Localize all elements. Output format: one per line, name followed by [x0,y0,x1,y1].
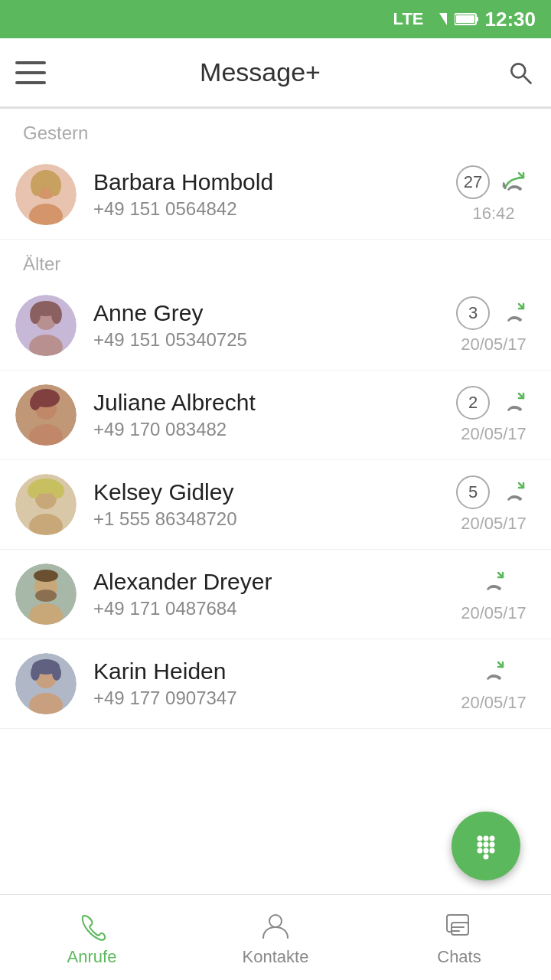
badge-row-juliane: 2 [456,386,531,420]
contact-name-barbara: Barbara Hombold [93,169,452,195]
chats-nav-label: Chats [437,947,481,967]
svg-point-46 [478,836,483,841]
contact-row-alexander[interactable]: Alexander Dreyer +49 171 0487684 20/05/1… [0,550,551,639]
contact-meta-karin: 20/05/17 [452,655,536,713]
contact-info-alexander: Alexander Dreyer +49 171 0487684 [93,569,452,619]
timestamp-alexander: 20/05/17 [461,603,527,623]
contact-phone-alexander: +49 171 0487684 [93,598,452,619]
search-icon [507,59,534,87]
call-arrow-icon-anne [499,298,530,328]
svg-point-48 [490,836,495,841]
call-icon-barbara[interactable] [497,165,531,199]
timestamp-juliane: 20/05/17 [461,424,527,444]
section-gestern: Gestern [0,109,551,150]
call-icon-juliane[interactable] [497,386,531,420]
nav-item-contacts[interactable]: Kontakte [184,895,367,980]
network-label: LTE [393,9,424,29]
status-icons: LTE 12:30 [393,8,536,31]
time-display: 12:30 [485,8,536,31]
content-area: Gestern Barbara Hombold +49 151 0564842 … [0,109,551,821]
compose-fab[interactable] [452,812,520,880]
avatar-anne [15,295,77,356]
phone-nav-icon [75,909,109,942]
contact-row-karin[interactable]: Karin Heiden +49 177 0907347 20/05/17 [0,639,551,729]
contact-phone-anne: +49 151 05340725 [93,329,452,351]
app-title: Message+ [15,57,505,87]
contact-info-anne: Anne Grey +49 151 05340725 [93,300,452,351]
svg-rect-2 [476,17,478,21]
timestamp-anne: 20/05/17 [461,335,527,354]
contact-name-karin: Karin Heiden [93,658,452,684]
unread-badge-juliane: 2 [456,386,490,420]
call-arrow-icon-karin [478,656,509,687]
contact-meta-alexander: 20/05/17 [452,565,536,623]
svg-point-37 [34,570,58,582]
contact-meta-anne: 3 20/05/17 [452,296,536,354]
svg-point-53 [484,848,489,854]
svg-point-44 [52,665,61,681]
bottom-navigation: Anrufe Kontakte Chats [0,894,551,980]
badge-row-karin [477,655,510,688]
call-icon-kelsey[interactable] [497,475,531,509]
contact-name-anne: Anne Grey [93,300,452,326]
svg-marker-0 [439,13,447,25]
contact-phone-juliane: +49 170 083482 [93,419,452,440]
contact-info-barbara: Barbara Hombold +49 151 0564842 [93,169,452,220]
contact-name-juliane: Juliane Albrecht [93,390,452,416]
svg-point-31 [52,483,64,498]
svg-point-47 [484,836,489,841]
contact-phone-kelsey: +1 555 86348720 [93,508,452,530]
contact-phone-barbara: +49 151 0564842 [93,198,452,220]
timestamp-barbara: 16:42 [472,204,514,224]
section-aelter: Älter [0,240,551,281]
search-button[interactable] [505,57,536,88]
unread-badge-kelsey: 5 [456,475,490,509]
svg-point-56 [269,915,282,927]
status-bar: LTE 12:30 [0,0,551,38]
signal-icon [430,10,448,28]
battery-icon [455,12,479,26]
nav-item-chats[interactable]: Chats [367,895,551,980]
badge-row-barbara: 27 [456,165,531,199]
contact-meta-barbara: 27 16:42 [452,165,536,224]
svg-point-24 [30,395,41,410]
avatar-kelsey [15,474,77,535]
contact-info-juliane: Juliane Albrecht +49 170 083482 [93,390,452,440]
svg-point-30 [28,483,40,498]
call-icon-karin[interactable] [477,655,510,688]
svg-point-43 [31,665,40,681]
avatar-karin [15,653,77,714]
svg-point-49 [478,842,483,848]
avatar-barbara [15,164,77,225]
svg-point-36 [35,590,57,602]
svg-point-54 [490,848,495,854]
svg-point-11 [49,175,61,196]
chats-nav-icon [442,909,476,942]
call-icon-anne[interactable] [497,296,531,330]
call-arrow-icon-alexander [478,567,509,597]
badge-row-anne: 3 [456,296,531,330]
call-arrow-icon-kelsey [499,477,530,508]
contact-phone-karin: +49 177 0907347 [93,688,452,709]
unread-badge-anne: 3 [456,296,490,330]
contact-meta-juliane: 2 20/05/17 [452,386,536,444]
svg-rect-3 [456,15,474,23]
contacts-nav-icon [259,909,292,942]
contact-row-kelsey[interactable]: Kelsey Gidley +1 555 86348720 5 20/05/17 [0,460,551,550]
contact-row-barbara[interactable]: Barbara Hombold +49 151 0564842 27 16: [0,150,551,240]
contact-row-anne[interactable]: Anne Grey +49 151 05340725 3 20/05/17 [0,281,551,371]
call-icon-alexander[interactable] [477,565,510,599]
timestamp-karin: 20/05/17 [461,693,527,713]
timestamp-kelsey: 20/05/17 [461,514,527,534]
dialpad-icon [469,829,503,863]
contact-meta-kelsey: 5 20/05/17 [452,475,536,534]
calls-nav-label: Anrufe [67,947,117,967]
svg-point-50 [484,842,489,848]
svg-rect-58 [452,923,468,935]
unread-badge-barbara: 27 [456,165,490,199]
contact-info-karin: Karin Heiden +49 177 0907347 [93,658,452,709]
contact-row-juliane[interactable]: Juliane Albrecht +49 170 083482 2 20/05/… [0,371,551,460]
app-bar: Message+ [0,38,551,107]
svg-point-51 [490,842,495,848]
nav-item-calls[interactable]: Anrufe [0,895,184,980]
